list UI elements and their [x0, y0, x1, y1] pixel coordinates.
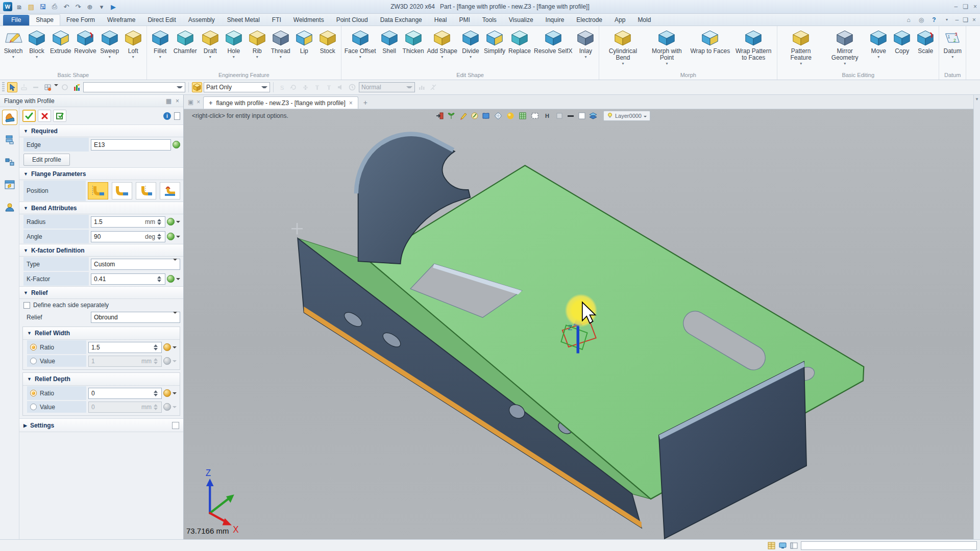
- manager-tree-icon[interactable]: [3, 133, 17, 147]
- ribbon-button-morph-with-point[interactable]: Morph with Point▾: [645, 27, 689, 66]
- section-relief[interactable]: ▼Relief: [19, 286, 183, 299]
- menu-tab-mold[interactable]: Mold: [631, 15, 657, 26]
- ribbon-button-cylindrical-bend[interactable]: Cylindrical Bend▾: [601, 27, 645, 66]
- dropdown-arrow-icon[interactable]: ▾: [584, 55, 586, 59]
- menu-tab-heal[interactable]: Heal: [428, 15, 453, 26]
- position-option-offset[interactable]: [160, 182, 180, 199]
- dropdown-arrow-icon[interactable]: ▾: [441, 55, 443, 59]
- section-bend-attributes[interactable]: ▼Bend Attributes: [19, 202, 183, 214]
- settings-icon[interactable]: ◎: [917, 15, 926, 24]
- menu-tab-file[interactable]: File: [3, 15, 29, 26]
- ribbon-button-thread[interactable]: Thread▾: [269, 27, 292, 59]
- right-collapse-strip[interactable]: ▼: [973, 95, 980, 539]
- ribbon-button-add-shape[interactable]: Add Shape▾: [426, 27, 459, 59]
- menu-tab-visualize[interactable]: Visualize: [503, 15, 540, 26]
- ribbon-button-scale[interactable]: Scale: [914, 27, 937, 59]
- new-file-icon[interactable]: 🗈: [15, 2, 24, 11]
- tab-close-all-icon[interactable]: ×: [197, 98, 200, 106]
- menu-tab-tools[interactable]: Tools: [476, 15, 503, 26]
- kfactor-globe-icon[interactable]: [167, 275, 175, 283]
- dropdown-arrow-icon[interactable]: ▾: [622, 62, 624, 66]
- angle-input[interactable]: 90deg: [91, 231, 165, 242]
- redo-icon[interactable]: ↷: [74, 2, 83, 11]
- menu-tab-data-exchange[interactable]: Data Exchange: [374, 15, 428, 26]
- ribbon-button-chamfer[interactable]: Chamfer: [172, 27, 199, 59]
- tab-float-icon[interactable]: ▣: [188, 98, 193, 106]
- output-table-icon[interactable]: [767, 541, 776, 550]
- ribbon-button-extrude[interactable]: Extrude: [48, 27, 72, 59]
- menu-tab-shape[interactable]: Shape: [29, 14, 60, 26]
- doc-close-icon[interactable]: ×: [972, 16, 976, 23]
- dropdown-arrow-icon[interactable]: [54, 84, 58, 88]
- section-required[interactable]: ▼Required: [19, 124, 183, 137]
- dropdown-arrow-icon[interactable]: ▾: [132, 55, 134, 59]
- menu-tab-point-cloud[interactable]: Point Cloud: [330, 15, 374, 26]
- dropdown-arrow-icon[interactable]: ▾: [470, 55, 472, 59]
- kfactor-dropdown-icon[interactable]: [176, 278, 180, 282]
- ribbon-button-stock[interactable]: Stock: [316, 27, 339, 59]
- section-flange-parameters[interactable]: ▼Flange Parameters: [19, 167, 183, 180]
- doc-minimize-icon[interactable]: –: [955, 16, 959, 23]
- menu-tab-assembly[interactable]: Assembly: [182, 15, 221, 26]
- pick-arrow-icon[interactable]: [7, 82, 17, 92]
- dropdown-arrow-icon[interactable]: ▾: [666, 62, 668, 66]
- angle-globe-icon[interactable]: [167, 233, 175, 240]
- tab-close-icon[interactable]: ×: [349, 99, 353, 107]
- dropdown-arrow-icon[interactable]: ▾: [256, 55, 258, 59]
- pick-globe-icon[interactable]: [173, 141, 180, 148]
- open-file-icon[interactable]: ▤: [27, 2, 36, 11]
- apply-button[interactable]: [53, 110, 66, 122]
- app-logo-icon[interactable]: W: [3, 2, 12, 11]
- ribbon-button-datum[interactable]: 312Datum▾: [941, 27, 964, 59]
- ribbon-button-rib[interactable]: Rib▾: [246, 27, 269, 59]
- ribbon-button-revolve[interactable]: Revolve: [72, 27, 97, 59]
- scope-combo[interactable]: Part Only: [204, 82, 270, 92]
- dropdown-arrow-icon[interactable]: ▾: [877, 55, 879, 59]
- play-icon[interactable]: ▶: [109, 2, 118, 11]
- save-icon[interactable]: 🖫: [38, 2, 47, 11]
- ribbon-button-thicken[interactable]: Thicken: [401, 27, 426, 59]
- ribbon-button-shell[interactable]: Shell: [378, 27, 401, 59]
- doc-settings-icon[interactable]: [174, 112, 180, 120]
- dropdown-arrow-icon[interactable]: ▾: [233, 55, 235, 59]
- dropdown-arrow-icon[interactable]: ▾: [951, 55, 953, 59]
- section-kfactor[interactable]: ▼K-factor Definition: [19, 244, 183, 257]
- document-tab[interactable]: + flange with profile - new.Z3 - [flange…: [203, 96, 358, 109]
- part-cube-icon[interactable]: [192, 82, 202, 92]
- customize-icon[interactable]: ▾: [97, 2, 106, 11]
- print-icon[interactable]: ⎙: [50, 2, 59, 11]
- assembly-tree-icon[interactable]: [3, 155, 17, 169]
- settings-box-icon[interactable]: [172, 422, 179, 429]
- edge-input[interactable]: E13: [91, 139, 171, 151]
- current-command-icon[interactable]: [3, 110, 17, 124]
- dropdown-arrow-icon[interactable]: ▾: [280, 55, 282, 59]
- ribbon-button-hole[interactable]: Hole▾: [222, 27, 246, 59]
- menu-tab-weldments[interactable]: Weldments: [287, 15, 330, 26]
- ribbon-button-wrap-to-faces[interactable]: Wrap to Faces: [689, 27, 731, 59]
- panel-close-icon[interactable]: ×: [176, 97, 179, 105]
- ribbon-button-block[interactable]: Block▾: [25, 27, 48, 59]
- ribbon-button-simplify[interactable]: Simplify: [482, 27, 507, 59]
- info-icon[interactable]: i: [163, 112, 171, 120]
- ribbon-button-resolve-selfx[interactable]: Resolve SelfX: [532, 27, 574, 59]
- menu-tab-free-form[interactable]: Free Form: [60, 15, 101, 26]
- radius-dropdown-icon[interactable]: [176, 221, 180, 225]
- ribbon-button-move[interactable]: Move▾: [867, 27, 890, 59]
- edit-profile-button[interactable]: Edit profile: [23, 154, 70, 166]
- 3d-canvas[interactable]: Z Z X: [184, 109, 973, 539]
- section-relief-depth[interactable]: ▼Relief Depth: [23, 373, 180, 386]
- radius-globe-icon[interactable]: [167, 218, 175, 226]
- panel-dock-icon[interactable]: ▦: [166, 97, 172, 105]
- type-select[interactable]: Custom: [91, 259, 180, 270]
- relief-width-value-radio[interactable]: [30, 358, 37, 364]
- relief-depth-ratio-input[interactable]: 0: [88, 388, 162, 399]
- define-each-side-checkbox[interactable]: [23, 302, 30, 309]
- menu-tab-inquire[interactable]: Inquire: [540, 15, 571, 26]
- dropdown-arrow-icon[interactable]: ▾: [209, 55, 211, 59]
- ribbon-button-sweep[interactable]: Sweep▾: [98, 27, 121, 59]
- relief-depth-ratio-radio[interactable]: [30, 390, 37, 396]
- help-icon[interactable]: ?: [930, 15, 939, 24]
- entity-filter-combo[interactable]: [83, 82, 185, 92]
- command-input[interactable]: [801, 541, 977, 550]
- relief-width-ratio-dropdown-icon[interactable]: [173, 346, 177, 350]
